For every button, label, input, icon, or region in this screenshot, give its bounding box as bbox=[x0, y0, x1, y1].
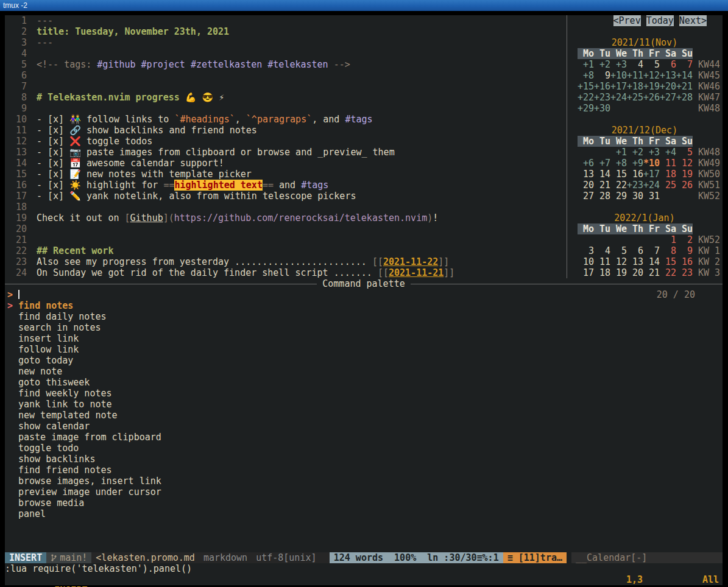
calendar-day[interactable]: 5 bbox=[676, 147, 693, 158]
palette-item[interactable]: show calendar bbox=[5, 421, 723, 432]
calendar-day[interactable]: 3 bbox=[578, 245, 594, 256]
calendar-day[interactable]: +4 bbox=[660, 147, 676, 158]
calendar-day[interactable]: 2 bbox=[676, 234, 693, 245]
editor-line[interactable]: 17- [x] ✏️ yank notelink, also from with… bbox=[5, 191, 567, 202]
palette-item[interactable]: browse media bbox=[5, 497, 723, 508]
editor-line[interactable]: 21 bbox=[5, 234, 567, 245]
editor-line[interactable]: 8# Telekasten.nvim progress 💪 😎 ⚡ bbox=[5, 92, 567, 103]
editor-line[interactable]: 10- [x] 👫 follow links to `#headings`, `… bbox=[5, 114, 567, 125]
calendar-day[interactable]: 27 bbox=[578, 191, 594, 202]
palette-item[interactable]: insert link bbox=[5, 333, 723, 344]
editor-line[interactable]: 4 bbox=[5, 48, 567, 59]
editor-line[interactable]: 14- [x] 📅 awesome calendar support! bbox=[5, 158, 567, 169]
calendar-pane[interactable]: <Prev Today Next> 2021/11(Nov)MoTuWeThFr… bbox=[567, 15, 723, 278]
palette-item[interactable]: search in notes bbox=[5, 322, 723, 333]
calendar-day[interactable]: 21 bbox=[643, 267, 660, 278]
palette-item[interactable]: preview image under cursor bbox=[5, 487, 723, 497]
editor-line[interactable]: 9 bbox=[5, 103, 567, 114]
palette-item[interactable]: find friend notes bbox=[5, 465, 723, 476]
next-button[interactable]: Next> bbox=[679, 15, 707, 26]
calendar-day[interactable]: 29 bbox=[610, 191, 627, 202]
calendar-day[interactable]: 12 bbox=[676, 158, 693, 169]
palette-item[interactable]: follow link bbox=[5, 344, 723, 355]
calendar-day[interactable]: 18 bbox=[660, 169, 676, 180]
calendar-day[interactable]: +25 bbox=[627, 92, 643, 103]
editor-line[interactable]: 6 bbox=[5, 70, 567, 81]
calendar-day[interactable]: 1 bbox=[660, 234, 676, 245]
editor-line[interactable]: 3--- bbox=[5, 37, 567, 48]
calendar-day[interactable]: 20 bbox=[627, 267, 643, 278]
calendar-day[interactable]: 22 bbox=[610, 180, 627, 191]
calendar-day[interactable]: 5 bbox=[610, 245, 627, 256]
palette-item[interactable]: browse images, insert link bbox=[5, 476, 723, 487]
palette-item[interactable]: new templated note bbox=[5, 410, 723, 421]
editor-line[interactable]: 7 bbox=[5, 81, 567, 92]
palette-item[interactable]: goto thisweek bbox=[5, 377, 723, 388]
calendar-day[interactable]: +22 bbox=[578, 92, 594, 103]
calendar-day[interactable]: +9 bbox=[627, 158, 643, 169]
calendar-day[interactable]: 11 bbox=[660, 158, 676, 169]
editor-line[interactable]: 1--- bbox=[5, 15, 567, 26]
calendar-day[interactable]: +13 bbox=[660, 70, 676, 81]
calendar-day[interactable]: 30 bbox=[627, 191, 643, 202]
palette-prompt[interactable]: > 20 / 20 bbox=[5, 289, 723, 300]
calendar-day[interactable]: 14 bbox=[594, 169, 610, 180]
calendar-day[interactable]: +24 bbox=[643, 180, 660, 191]
calendar-day[interactable]: +3 bbox=[643, 147, 660, 158]
calendar-day[interactable]: +23 bbox=[594, 92, 610, 103]
calendar-day[interactable]: +20 bbox=[660, 81, 676, 92]
calendar-day[interactable]: 5 bbox=[643, 59, 660, 70]
calendar-day[interactable]: 9 bbox=[676, 245, 693, 256]
calendar-day[interactable]: +1 bbox=[578, 59, 594, 70]
palette-item[interactable]: find daily notes bbox=[5, 311, 723, 322]
calendar-day[interactable]: 10 bbox=[578, 256, 594, 267]
palette-item[interactable]: toggle todo bbox=[5, 443, 723, 454]
today-button[interactable]: Today bbox=[646, 15, 674, 26]
editor-line[interactable]: 23Also see my progress from yesterday ..… bbox=[5, 256, 567, 267]
editor-line[interactable]: 12- [x] ❌ toggle todos bbox=[5, 136, 567, 147]
editor-line[interactable]: 22## Recent work bbox=[5, 245, 567, 256]
calendar-day[interactable]: 26 bbox=[676, 180, 693, 191]
calendar-day[interactable]: +8 bbox=[610, 158, 627, 169]
calendar-day[interactable]: +19 bbox=[643, 81, 660, 92]
palette-item[interactable]: panel bbox=[5, 508, 723, 519]
calendar-day[interactable]: +6 bbox=[578, 158, 594, 169]
calendar-day[interactable]: 4 bbox=[627, 59, 643, 70]
calendar-day[interactable]: +2 bbox=[594, 59, 610, 70]
calendar-day[interactable]: +17 bbox=[610, 81, 627, 92]
calendar-day[interactable]: 19 bbox=[610, 267, 627, 278]
editor-line[interactable]: 19Check it out on [Github](https://githu… bbox=[5, 213, 567, 223]
calendar-day[interactable]: +16 bbox=[594, 81, 610, 92]
editor-pane[interactable]: 1---2title: Tuesday, November 23th, 2021… bbox=[5, 15, 567, 278]
calendar-day[interactable]: 13 bbox=[627, 256, 643, 267]
calendar-day[interactable]: +26 bbox=[643, 92, 660, 103]
palette-item[interactable]: find weekly notes bbox=[5, 388, 723, 399]
calendar-day[interactable]: 6 bbox=[627, 245, 643, 256]
calendar-day[interactable]: 16 bbox=[627, 169, 643, 180]
calendar-day[interactable]: 17 bbox=[578, 267, 594, 278]
editor-line[interactable]: 2title: Tuesday, November 23th, 2021 bbox=[5, 26, 567, 37]
calendar-day[interactable]: 7 bbox=[643, 245, 660, 256]
calendar-day[interactable]: +3 bbox=[610, 59, 627, 70]
palette-item[interactable]: yank link to note bbox=[5, 399, 723, 410]
prev-button[interactable]: <Prev bbox=[613, 15, 641, 26]
calendar-day[interactable]: +29 bbox=[578, 103, 594, 114]
calendar-day[interactable]: 31 bbox=[643, 191, 660, 202]
calendar-day[interactable]: +8 bbox=[578, 70, 594, 81]
calendar-day[interactable]: +24 bbox=[610, 92, 627, 103]
editor-line[interactable]: 15- [x] 📝 new notes with template picker bbox=[5, 169, 567, 180]
calendar-day[interactable]: 12 bbox=[610, 256, 627, 267]
calendar-day[interactable]: 13 bbox=[578, 169, 594, 180]
calendar-day[interactable]: +7 bbox=[594, 158, 610, 169]
editor-line[interactable]: 20 bbox=[5, 223, 567, 234]
palette-item[interactable]: paste image from clipboard bbox=[5, 432, 723, 443]
palette-selected-item[interactable]: > find notes bbox=[5, 300, 723, 311]
calendar-day[interactable]: +27 bbox=[660, 92, 676, 103]
palette-item[interactable]: goto today bbox=[5, 355, 723, 366]
calendar-day[interactable]: +2 bbox=[627, 147, 643, 158]
calendar-day[interactable]: 14 bbox=[643, 256, 660, 267]
calendar-day[interactable]: 22 bbox=[660, 267, 676, 278]
calendar-day[interactable]: 28 bbox=[594, 191, 610, 202]
calendar-day[interactable]: +18 bbox=[627, 81, 643, 92]
editor-line[interactable]: 13- [x] 📷 paste images from clipboard or… bbox=[5, 147, 567, 158]
